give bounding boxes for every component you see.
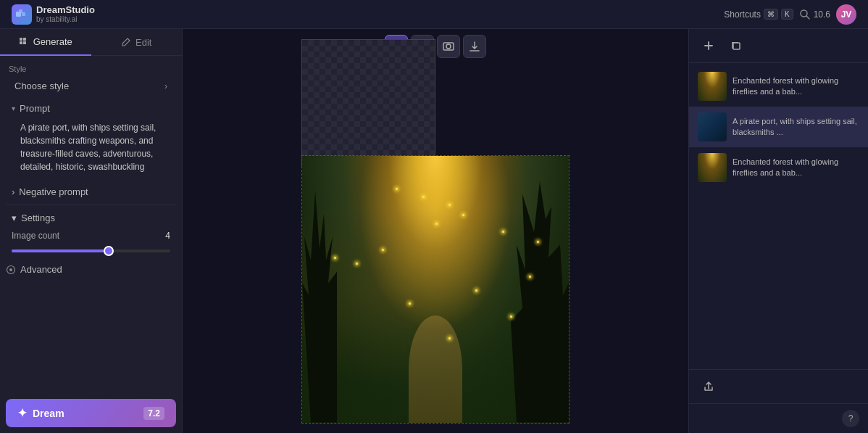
copy-icon (730, 40, 742, 51)
firefly-7 (475, 289, 477, 292)
firefly-11 (435, 223, 438, 225)
right-panel-footer: ? (689, 404, 868, 433)
add-button[interactable] (698, 35, 719, 57)
add-icon (703, 40, 714, 51)
svg-rect-2 (22, 12, 25, 16)
canvas-container (301, 39, 569, 424)
style-chooser-label: Choose style (14, 81, 69, 91)
app-name: DreamStudio (36, 4, 95, 16)
svg-line-4 (806, 16, 809, 19)
negative-prompt-section: › Negative prompt (6, 182, 176, 202)
advanced-row[interactable]: Advanced (0, 261, 182, 278)
prompt-chevron-icon: ▾ (12, 104, 15, 112)
image-count-row: Image count 4 (6, 228, 176, 258)
avatar: JV (836, 4, 856, 25)
shortcuts-button[interactable]: Shortcuts ⌘ K (724, 9, 793, 20)
app-logo: DreamStudio by stability.ai (12, 4, 95, 25)
firefly-10 (529, 276, 531, 278)
firefly-1 (422, 196, 425, 198)
header-right: Shortcuts ⌘ K 10.6 JV (724, 4, 856, 25)
svg-rect-19 (733, 43, 740, 49)
settings-header[interactable]: ▾ Settings (6, 208, 176, 228)
help-icon-label: ? (848, 413, 854, 424)
firefly-8 (396, 188, 398, 190)
tab-edit[interactable]: Edit (91, 29, 183, 55)
slider-thumb[interactable] (104, 246, 114, 256)
stream (409, 316, 462, 422)
app-layout: DreamStudio by stability.ai Shortcuts ⌘ … (0, 0, 868, 433)
image-count-text: Image count (12, 231, 59, 241)
style-section-label: Style (0, 62, 182, 75)
forest-image (302, 156, 569, 423)
svg-rect-6 (23, 38, 26, 41)
tab-generate-label: Generate (33, 36, 72, 47)
top-bar: DreamStudio by stability.ai Shortcuts ⌘ … (0, 0, 868, 29)
dream-button[interactable]: ✦ Dream 7.2 (6, 399, 176, 427)
main-area: Generate Edit Style Choose style › (0, 29, 868, 433)
settings-section: ▾ Settings Image count 4 (6, 208, 176, 258)
prompt-header[interactable]: ▾ Prompt (6, 99, 176, 118)
thumb-pirate-1 (698, 112, 727, 141)
dream-label: Dream (33, 408, 64, 419)
history-item-2[interactable]: A pirate port, with ships setting sail, … (689, 107, 868, 147)
history-list: Enchanted forest with glowing fireflies … (689, 63, 868, 369)
advanced-label: Advanced (20, 264, 62, 275)
logo-icon (12, 4, 32, 25)
canvas-image (301, 155, 569, 424)
image-count-slider[interactable] (12, 250, 170, 252)
prompt-label: Prompt (20, 103, 50, 114)
firefly-6 (356, 263, 358, 265)
shortcuts-key2: K (781, 9, 793, 20)
tab-edit-label: Edit (135, 37, 151, 48)
zoom-icon (799, 9, 811, 20)
sidebar: Generate Edit Style Choose style › (0, 29, 183, 433)
svg-point-10 (9, 268, 12, 271)
thumb-forest-2 (698, 153, 727, 182)
history-text-2: A pirate port, with ships setting sail, … (733, 116, 859, 139)
settings-chevron-icon: ▾ (12, 213, 17, 223)
negative-prompt-header[interactable]: › Negative prompt (6, 182, 176, 202)
history-thumb-2 (698, 112, 727, 141)
copy-button[interactable] (725, 35, 747, 57)
slider-fill (12, 250, 107, 252)
app-subtitle: by stability.ai (36, 15, 95, 24)
right-panel: Enchanted forest with glowing fireflies … (688, 29, 868, 433)
divider-1 (6, 205, 176, 205)
style-chooser[interactable]: Choose style › (6, 76, 176, 96)
share-icon (703, 381, 714, 392)
prompt-section: ▾ Prompt A pirate port, with ships setti… (6, 99, 176, 179)
help-button[interactable]: ? (842, 410, 859, 427)
svg-rect-5 (20, 38, 22, 41)
tab-generate[interactable]: Generate (0, 29, 91, 56)
right-panel-toolbar (689, 29, 868, 63)
firefly-4 (502, 231, 504, 233)
image-count-label-row: Image count 4 (12, 231, 170, 241)
settings-label: Settings (21, 213, 55, 223)
share-button[interactable] (698, 376, 719, 397)
zoom-value: 10.6 (814, 9, 830, 20)
negative-prompt-chevron-icon: › (12, 186, 14, 197)
zoom-indicator: 10.6 (799, 9, 830, 20)
history-text-3: Enchanted forest with glowing fireflies … (733, 157, 859, 179)
logo-text: DreamStudio by stability.ai (36, 4, 95, 25)
main-canvas (183, 29, 688, 433)
chevron-right-icon: › (164, 81, 167, 91)
history-text-1: Enchanted forest with glowing fireflies … (733, 75, 859, 98)
history-item-3[interactable]: Enchanted forest with glowing fireflies … (689, 147, 868, 188)
dream-badge: 7.2 (143, 407, 164, 420)
sidebar-content: Style Choose style › ▾ Prompt A pirate p… (0, 56, 182, 393)
canvas-top-empty (301, 39, 435, 166)
history-item-1[interactable]: Enchanted forest with glowing fireflies … (689, 66, 868, 107)
dream-star-icon: ✦ (17, 406, 27, 420)
image-count-value: 4 (165, 231, 170, 241)
svg-rect-7 (20, 41, 22, 44)
advanced-icon (6, 265, 16, 275)
history-thumb-3 (698, 153, 727, 182)
edit-icon (121, 37, 131, 47)
history-thumb-1 (698, 72, 727, 101)
shortcuts-key1: ⌘ (764, 9, 778, 20)
shortcuts-label: Shortcuts (724, 9, 761, 20)
prompt-text[interactable]: A pirate port, with ships setting sail, … (6, 118, 176, 179)
share-section (689, 369, 868, 404)
sidebar-tabs: Generate Edit (0, 29, 182, 56)
